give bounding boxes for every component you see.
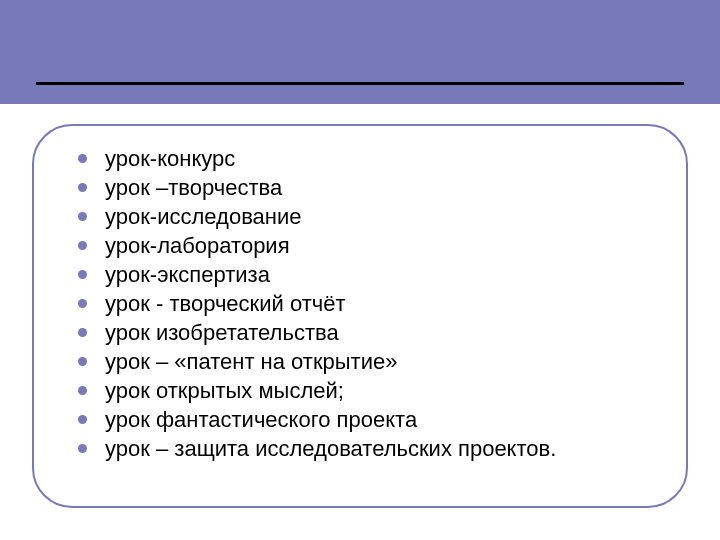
bullet-icon [78, 328, 87, 337]
header-band [0, 0, 720, 104]
list-item: урок-экспертиза [78, 260, 656, 289]
list-item: урок - творческий отчёт [78, 289, 656, 318]
list-item-text: урок-экспертиза [105, 260, 270, 289]
bullet-icon [78, 299, 87, 308]
list-item: урок изобретательства [78, 318, 656, 347]
list-item-text: урок фантастического проекта [105, 405, 417, 434]
list-item-text: урок – защита исследовательских проектов… [105, 434, 556, 463]
list-item: урок-исследование [78, 202, 656, 231]
header-rule [36, 82, 684, 85]
bullet-icon [78, 415, 87, 424]
bullet-icon [78, 357, 87, 366]
bullet-icon [78, 444, 87, 453]
list-item: урок – «патент на открытие» [78, 347, 656, 376]
bullet-list: урок-конкурс урок –творчества урок-иссле… [78, 144, 656, 463]
list-item: урок – защита исследовательских проектов… [78, 434, 656, 463]
bullet-icon [78, 270, 87, 279]
list-item-text: урок-лаборатория [105, 231, 290, 260]
bullet-icon [78, 212, 87, 221]
list-item: урок-конкурс [78, 144, 656, 173]
bullet-icon [78, 241, 87, 250]
list-item: урок фантастического проекта [78, 405, 656, 434]
list-item: урок –творчества [78, 173, 656, 202]
list-item-text: урок открытых мыслей; [105, 376, 344, 405]
list-item-text: урок – «патент на открытие» [105, 347, 397, 376]
bullet-icon [78, 386, 87, 395]
list-item-text: урок - творческий отчёт [105, 289, 346, 318]
list-item: урок открытых мыслей; [78, 376, 656, 405]
list-item-text: урок-исследование [105, 202, 301, 231]
list-item-text: урок-конкурс [105, 144, 235, 173]
bullet-icon [78, 154, 87, 163]
content-card: урок-конкурс урок –творчества урок-иссле… [32, 124, 688, 508]
list-item-text: урок –творчества [105, 173, 282, 202]
list-item-text: урок изобретательства [105, 318, 339, 347]
bullet-icon [78, 183, 87, 192]
list-item: урок-лаборатория [78, 231, 656, 260]
